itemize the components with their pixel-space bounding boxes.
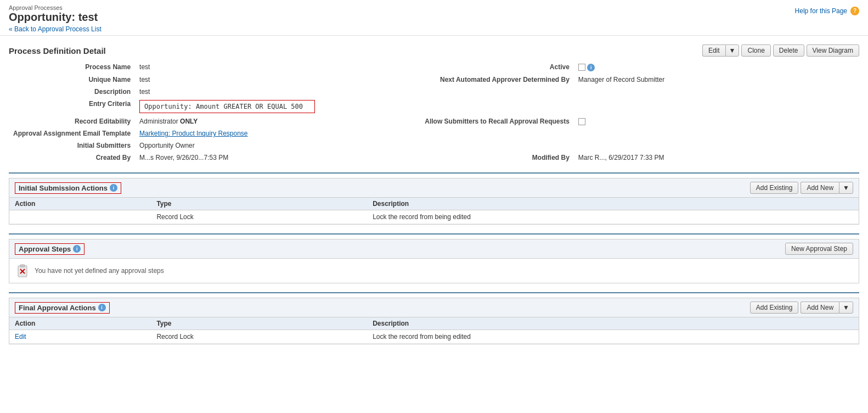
initial-add-new-split: Add New ▼ [801,182,853,194]
initial-add-new-arrow[interactable]: ▼ [839,182,853,194]
process-definition-section: Process Definition Detail Edit ▼ Clone D… [9,44,859,164]
final-approval-title-area: Final Approval Actions i [15,302,110,314]
view-diagram-button[interactable]: View Diagram [807,44,859,57]
email-template-link[interactable]: Marketing: Product Inquiry Response [139,130,247,137]
final-approval-title: Final Approval Actions [19,304,96,312]
final-approval-info-icon[interactable]: i [98,304,106,311]
final-col-description: Description [367,317,859,330]
initial-submission-table: Action Type Description Record Lock Lock… [9,198,859,224]
initial-submitters-value: Opportunity Owner [135,139,859,152]
record-editability-value: Administrator ONLY [135,115,420,127]
unique-name-row: Unique Name test Next Automated Approver… [9,74,859,86]
col-description: Description [367,198,859,210]
final-add-new-button[interactable]: Add New [801,302,839,314]
help-link[interactable]: Help for this Page [795,7,847,15]
description-value: test [135,86,420,98]
back-to-list-link[interactable]: Back to Approval Process List [9,25,102,33]
detail-table: Process Name test Active i Unique Name t… [9,61,859,164]
entry-criteria-box: Opportunity: Amount GREATER OR EQUAL 500 [139,100,315,113]
edit-button[interactable]: Edit [702,44,725,57]
initial-submission-tbody: Record Lock Lock the record from being e… [9,210,859,224]
initial-add-existing-button[interactable]: Add Existing [750,182,799,194]
approval-steps-buttons: New Approval Step [785,243,853,255]
page-title: Opportunity: test [9,11,102,24]
divider-2 [9,233,859,235]
final-approval-header: Final Approval Actions i Add Existing Ad… [9,298,859,317]
process-name-label: Process Name [9,61,135,74]
modified-by-value: Marc R..., 6/29/2017 7:33 PM [574,152,859,164]
section-header-bar: Process Definition Detail Edit ▼ Clone D… [9,44,859,57]
modified-by-label: Modified By [420,152,574,164]
top-bar: Approval Processes Opportunity: test Bac… [0,0,868,36]
row-action [9,210,151,224]
created-by-label: Created By [9,152,135,164]
active-label: Active [420,61,574,74]
final-approval-buttons: Add Existing Add New ▼ [750,302,853,314]
unique-name-value: test [135,74,420,86]
initial-submitters-row: Initial Submitters Opportunity Owner [9,139,859,152]
final-approval-section: Final Approval Actions i Add Existing Ad… [9,298,859,344]
email-template-value: Marketing: Product Inquiry Response [135,127,859,139]
initial-submission-thead: Action Type Description [9,198,859,210]
top-right: Help for this Page ? [795,4,859,15]
process-name-value: test [135,61,420,74]
created-by-value: M...s Rover, 9/26/20...7:53 PM [135,152,420,164]
help-icon[interactable]: ? [850,7,859,15]
final-row-action: Edit [9,330,151,344]
final-row-description: Lock the record from being edited [367,330,859,344]
final-approval-thead: Action Type Description [9,317,859,330]
allow-recall-value [574,115,859,127]
allow-recall-label: Allow Submitters to Recall Approval Requ… [420,115,574,127]
entry-criteria-row: Entry Criteria Opportunity: Amount GREAT… [9,98,859,115]
unique-name-label: Unique Name [9,74,135,86]
empty-steps-text: You have not yet defined any approval st… [35,267,164,275]
record-editability-label: Record Editability [9,115,135,127]
col-action: Action [9,198,151,210]
initial-submission-header-row: Action Type Description [9,198,859,210]
created-by-row: Created By M...s Rover, 9/26/20...7:53 P… [9,152,859,164]
clipboard-x-svg [16,264,29,278]
action-buttons: Edit ▼ Clone Delete View Diagram [702,44,859,57]
clone-button[interactable]: Clone [741,44,770,57]
edit-split-button: Edit ▼ [702,44,740,57]
final-approval-table: Action Type Description Edit Record Lock… [9,317,859,344]
top-left: Approval Processes Opportunity: test Bac… [9,4,102,33]
initial-submission-buttons: Add Existing Add New ▼ [750,182,853,194]
approval-steps-info-icon[interactable]: i [73,245,81,253]
entry-criteria-value: Opportunity: Amount GREATER OR EQUAL 500 [135,98,859,115]
approval-steps-section: Approval Steps i New Approval Step You h… [9,239,859,283]
app-name: Approval Processes [9,4,102,11]
process-name-row: Process Name test Active i [9,61,859,74]
svg-rect-1 [20,265,25,267]
new-approval-step-button[interactable]: New Approval Step [785,243,853,255]
delete-button[interactable]: Delete [773,44,804,57]
final-add-new-split: Add New ▼ [801,302,853,314]
initial-submission-info-icon[interactable]: i [110,184,117,192]
approval-steps-title: Approval Steps [19,245,71,253]
divider-1 [9,172,859,174]
initial-add-new-button[interactable]: Add New [801,182,839,194]
final-col-action: Action [9,317,151,330]
row-description: Lock the record from being edited [367,210,859,224]
active-checkbox[interactable] [578,64,585,71]
table-row: Edit Record Lock Lock the record from be… [9,330,859,344]
approval-steps-empty-state: You have not yet defined any approval st… [9,259,859,283]
final-col-type: Type [151,317,367,330]
description-row: Description test [9,86,859,98]
allow-recall-checkbox[interactable] [578,118,585,125]
record-editability-bold: ONLY [180,118,198,125]
final-add-new-arrow[interactable]: ▼ [839,302,853,314]
active-info-icon[interactable]: i [587,64,595,71]
email-template-row: Approval Assignment Email Template Marke… [9,127,859,139]
row-type: Record Lock [151,210,367,224]
edit-action-link[interactable]: Edit [15,333,26,341]
initial-submission-title-area: Initial Submission Actions i [15,182,121,194]
main-content: Process Definition Detail Edit ▼ Clone D… [0,36,868,362]
email-template-label: Approval Assignment Email Template [9,127,135,139]
final-approval-title-wrapper: Final Approval Actions i [15,302,110,314]
initial-submitters-label: Initial Submitters [9,139,135,152]
active-value: i [574,61,859,74]
edit-dropdown-arrow[interactable]: ▼ [725,44,740,57]
initial-submission-header: Initial Submission Actions i Add Existin… [9,178,859,198]
final-add-existing-button[interactable]: Add Existing [750,302,799,314]
